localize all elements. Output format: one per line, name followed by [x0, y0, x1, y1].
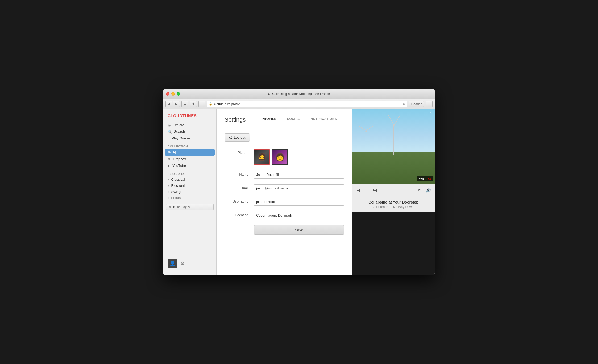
tab-profile[interactable]: PROFILE — [256, 114, 282, 125]
traffic-lights — [166, 92, 180, 96]
player-extra-buttons: ↻ 🔊 — [417, 187, 432, 194]
avatar[interactable]: 👤 — [168, 259, 177, 268]
sidebar-item-explore[interactable]: ◎ Explore — [163, 122, 216, 128]
settings-header: Settings PROFILE SOCIAL NOTIFICATIONS — [217, 109, 352, 125]
settings-gear-button[interactable]: ⚙ — [180, 260, 185, 266]
playlist-item-classical[interactable]: ♪ Classical — [163, 176, 216, 183]
sidebar-item-all[interactable]: ◎ All — [165, 149, 215, 156]
username-input[interactable] — [254, 198, 344, 206]
name-label: Name — [225, 171, 248, 176]
cloud-button[interactable]: ☁ — [181, 101, 188, 107]
email-field-wrap — [254, 184, 344, 192]
maximize-button[interactable] — [177, 92, 180, 96]
explore-icon: ◎ — [168, 123, 171, 127]
track-artist: Air France — No Way Down — [356, 205, 431, 209]
play-icon: ▶ — [268, 93, 270, 96]
content-area: Settings PROFILE SOCIAL NOTIFICATIONS ⏻ … — [217, 109, 352, 275]
youtube-overlay: YouTube — [417, 176, 433, 181]
new-playlist-button[interactable]: ⊕ + New Playlist New Playlist — [166, 204, 214, 210]
downloads-button[interactable]: ↓ — [426, 101, 433, 107]
playlist-item-electronic[interactable]: ♪ Electronic — [163, 183, 216, 189]
windmill-2 — [393, 126, 394, 155]
save-button[interactable]: Save — [254, 225, 344, 235]
track-title: Collapsing at Your Doorstep — [356, 200, 431, 204]
sidebar-item-search[interactable]: 🔍 Search — [163, 128, 216, 135]
username-row: Username — [225, 198, 344, 206]
loop-button[interactable]: ↻ — [417, 187, 422, 194]
rewind-button[interactable]: ⏮ — [355, 187, 361, 194]
toolbar: ◀ ▶ ☁ ⬆ + 🔒 cloudtun.es/profile ↻ Reader… — [163, 99, 435, 109]
power-icon: ⏻ — [229, 135, 232, 139]
email-label: Email — [225, 184, 248, 190]
youtube-icon: ▶ — [168, 164, 170, 168]
note-icon-4: ♪ — [168, 196, 169, 200]
picture-row: Picture 🧔 👩 — [225, 149, 344, 165]
avatar-woman-icon: 👩 — [272, 150, 287, 164]
collection-header: COLLECTION — [163, 142, 216, 149]
url-text: cloudtun.es/profile — [214, 102, 401, 106]
avatar-man-icon: 🧔 — [254, 150, 269, 164]
player-controls: ⏮ ⏸ ⏭ ↻ 🔊 — [352, 184, 435, 196]
pause-button[interactable]: ⏸ — [363, 187, 370, 194]
logout-label: Log out — [234, 135, 245, 139]
playlist-item-swing[interactable]: ♪ Swing — [163, 189, 216, 195]
queue-icon: ≡ — [168, 136, 170, 140]
name-field — [254, 171, 344, 179]
title-bar: ▶ Collapsing at Your Doorstep – Air Fran… — [163, 89, 435, 99]
location-input[interactable] — [254, 212, 344, 219]
minimize-button[interactable] — [171, 92, 175, 96]
note-icon-3: ♪ — [168, 190, 169, 193]
forward-button[interactable]: ⏭ — [372, 187, 378, 194]
reader-button[interactable]: Reader — [409, 101, 424, 107]
app-logo: CLOUDTUNES — [163, 113, 216, 122]
player-buttons: ⏮ ⏸ ⏭ — [355, 187, 378, 194]
tab-social[interactable]: SOCIAL — [282, 114, 305, 125]
tab-notifications[interactable]: NOTIFICATIONS — [305, 114, 342, 125]
avatar-option-1[interactable]: 🧔 — [254, 149, 270, 165]
video-area: YouTube ⤡ — [352, 109, 435, 184]
sidebar-item-play-queue[interactable]: ≡ Play Queue — [163, 135, 216, 142]
sidebar-footer: 👤 ⚙ — [163, 256, 216, 271]
player-info: Collapsing at Your Doorstep Air France —… — [352, 196, 435, 212]
sidebar-item-youtube[interactable]: ▶ YouTube — [163, 162, 216, 169]
sidebar: CLOUDTUNES ◎ Explore 🔍 Search ≡ Play Que… — [163, 109, 217, 275]
email-row: Email — [225, 184, 344, 192]
location-label: Location — [225, 212, 248, 217]
picture-label: Picture — [225, 149, 248, 155]
url-bar[interactable]: 🔒 cloudtun.es/profile ↻ — [207, 101, 407, 107]
picture-options: 🧔 👩 — [254, 149, 344, 165]
nav-buttons: ◀ ▶ — [165, 101, 180, 107]
refresh-button[interactable]: ↻ — [402, 102, 405, 106]
volume-button[interactable]: 🔊 — [425, 187, 432, 194]
location-row: Location — [225, 212, 344, 219]
name-input[interactable] — [254, 171, 344, 179]
main-area: CLOUDTUNES ◎ Explore 🔍 Search ≡ Play Que… — [163, 109, 435, 275]
forward-button[interactable]: ▶ — [173, 101, 180, 107]
avatar-icon: 👤 — [169, 260, 175, 266]
playlist-item-focus[interactable]: ♪ Focus — [163, 195, 216, 201]
youtube-tube-text: Tube — [424, 177, 431, 180]
new-tab-button[interactable]: + — [198, 101, 205, 107]
expand-button[interactable]: ⤡ — [430, 111, 433, 115]
settings-body: ⏻ Log out Picture 🧔 👩 — [217, 125, 352, 275]
logout-button[interactable]: ⏻ Log out — [225, 133, 250, 142]
windmill-1 — [366, 131, 366, 155]
location-field-wrap — [254, 212, 344, 219]
back-button[interactable]: ◀ — [165, 101, 172, 107]
settings-title: Settings — [225, 116, 246, 123]
username-field-wrap — [254, 198, 344, 206]
url-icon: 🔒 — [209, 102, 213, 106]
close-button[interactable] — [166, 92, 169, 96]
avatar-option-2[interactable]: 👩 — [272, 149, 288, 165]
sidebar-item-dropbox[interactable]: ❖ Dropbox — [163, 156, 216, 162]
browser-window: ▶ Collapsing at Your Doorstep – Air Fran… — [163, 89, 435, 275]
dropbox-icon: ❖ — [168, 157, 171, 161]
search-icon: 🔍 — [168, 130, 172, 134]
youtube-you-text: You — [419, 177, 424, 180]
name-row: Name — [225, 171, 344, 179]
picture-field: 🧔 👩 — [254, 149, 344, 165]
note-icon: ♪ — [168, 178, 169, 181]
right-panel: YouTube ⤡ ⏮ ⏸ ⏭ ↻ 🔊 Collapsing at Your D… — [352, 109, 435, 275]
share-button[interactable]: ⬆ — [190, 101, 197, 107]
email-input[interactable] — [254, 184, 344, 192]
